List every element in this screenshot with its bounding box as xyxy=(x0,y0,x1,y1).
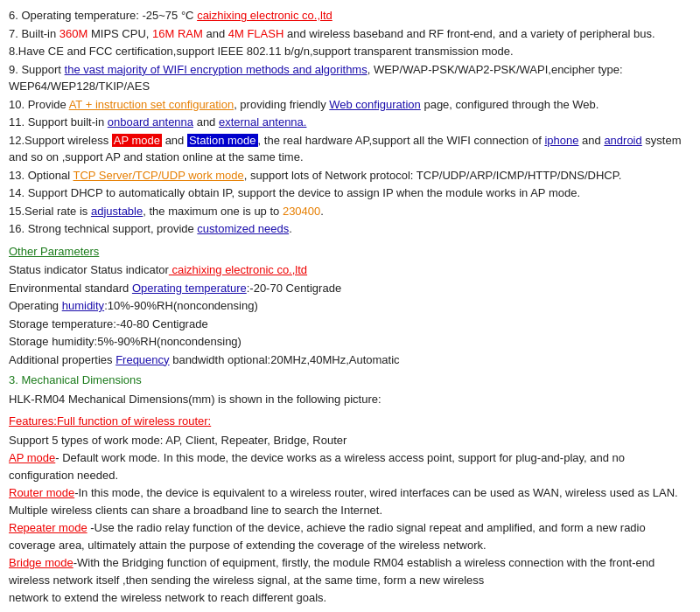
additional-props-row: Additional properties Frequency bandwidt… xyxy=(9,351,691,369)
ap-mode-row: AP mode- Default work mode. In this mode… xyxy=(9,449,691,483)
adjustable-link[interactable]: adjustable xyxy=(91,205,143,218)
item-8-text: 8.Have CE and FCC certification,support … xyxy=(9,45,514,58)
operating-humidity-row: Operating humidity:10%-90%RH(noncondensi… xyxy=(9,297,691,315)
external-antenna-link[interactable]: external antenna. xyxy=(219,115,306,129)
serial-rate-value: 230400 xyxy=(283,205,320,218)
repeater-mode-row: Repeater mode -Use the radio relay funct… xyxy=(9,519,691,553)
support-types-text: Support 5 types of work mode: AP, Client… xyxy=(9,434,346,447)
item-9: 9. Support the vast majority of WIFI enc… xyxy=(9,61,691,95)
at-instruction-link[interactable]: AT + instruction set configuration xyxy=(69,98,234,111)
item-9-prefix: 9. Support xyxy=(9,63,65,76)
other-params-heading: Other Parameters xyxy=(9,243,691,261)
additional-prefix: Additional properties xyxy=(9,353,116,366)
item-7-suffix: and wireless baseband and RF front-end, … xyxy=(284,27,654,40)
mechanical-title: 3. Mechanical Dimensions xyxy=(9,373,142,386)
item-7-mid1: MIPS CPU, xyxy=(88,27,152,40)
other-params-title[interactable]: Other Parameters xyxy=(9,245,99,258)
repeater-mode-text: -Use the radio relay function of the dev… xyxy=(9,521,646,552)
main-content: 6. Operating temperature: -25~75 °C caiz… xyxy=(9,7,691,607)
env-standard-row: Environmental standard Operating tempera… xyxy=(9,280,691,297)
features-title[interactable]: Features:Full function of wireless route… xyxy=(9,414,211,428)
mechanical-text: HLK-RM04 Mechanical Dimensions(mm) is sh… xyxy=(9,391,691,408)
item-6-text: 6. Operating temperature: -25~75 °C xyxy=(9,9,197,22)
item-15-mid: , the maximum one is up to xyxy=(143,205,283,218)
item-13-prefix: 13. Optional xyxy=(9,169,73,182)
other-params-section: Other Parameters Status indicator Status… xyxy=(9,243,691,369)
item-15: 15.Serial rate is adjustable, the maximu… xyxy=(9,203,691,220)
flash-text: 4M FLASH xyxy=(228,27,284,40)
mechanical-desc: HLK-RM04 Mechanical Dimensions(mm) is sh… xyxy=(9,393,382,406)
ap-mode-link[interactable]: AP mode xyxy=(9,451,55,464)
mechanical-heading: 3. Mechanical Dimensions xyxy=(9,372,691,389)
storage-humidity-row: Storage humidity:5%-90%RH(noncondensing) xyxy=(9,333,691,351)
support-types-row: Support 5 types of work mode: AP, Client… xyxy=(9,432,691,449)
item-10-prefix: 10. Provide xyxy=(9,98,69,111)
item-14: 14. Support DHCP to automatically obtain… xyxy=(9,184,691,202)
cpu-text: 360M xyxy=(60,27,88,40)
additional-suffix: bandwidth optional:20MHz,40MHz,Automatic xyxy=(170,353,400,366)
item-7: 7. Built-in 360M MIPS CPU, 16M RAM and 4… xyxy=(9,25,691,43)
mechanical-section: 3. Mechanical Dimensions HLK-RM04 Mechan… xyxy=(9,372,691,407)
caizhixing-link-6[interactable]: caizhixing electronic co.,ltd xyxy=(197,9,332,22)
bridge-mode-text: -With the Bridging function of equipment… xyxy=(9,556,654,587)
item-11-mid: and xyxy=(193,115,219,129)
repeater-mode-link[interactable]: Repeater mode xyxy=(9,521,88,534)
features-section: Features:Full function of wireless route… xyxy=(9,413,691,607)
ap-mode-text: - Default work mode. In this mode, the d… xyxy=(9,451,625,482)
router-mode-row: Router mode-In this mode, the device is … xyxy=(9,484,691,518)
onboard-antenna-link[interactable]: onboard antenna xyxy=(108,115,193,129)
router-mode-link[interactable]: Router mode xyxy=(9,486,74,499)
operating-temp-link[interactable]: Operating temperature xyxy=(132,282,247,295)
iphone-link[interactable]: iphone xyxy=(544,134,578,147)
storage-temp-row: Storage temperature:-40-80 Centigrade xyxy=(9,316,691,333)
ram-text: 16M RAM xyxy=(152,27,203,40)
tcp-server-link[interactable]: TCP Server/TCP/UDP work mode xyxy=(73,169,243,182)
status-indicator-label: Status indicator Status indicator xyxy=(9,263,169,276)
item-7-prefix: 7. Built-in xyxy=(9,27,60,40)
item-11-prefix: 11. Support built-in xyxy=(9,115,108,129)
bridge-mode-row2: network to extend the wireless network t… xyxy=(9,589,691,607)
web-config-link[interactable]: Web configuration xyxy=(329,98,421,111)
android-link[interactable]: android xyxy=(604,134,641,147)
status-indicator-row: Status indicator Status indicator caizhi… xyxy=(9,261,691,279)
item-13: 13. Optional TCP Server/TCP/UDP work mod… xyxy=(9,167,691,184)
item-15-prefix: 15.Serial rate is xyxy=(9,205,91,218)
router-mode-text: -In this mode, the device is equivalent … xyxy=(9,486,678,517)
item-12: 12.Support wireless AP mode and Station … xyxy=(9,132,691,166)
item-14-text: 14. Support DHCP to automatically obtain… xyxy=(9,186,580,199)
customized-needs-link[interactable]: customized needs xyxy=(197,222,289,235)
item-12-suffix1: , the real hardware AP,support all the W… xyxy=(258,134,545,147)
storage-temp-text: Storage temperature:-40-80 Centigrade xyxy=(9,317,208,330)
bridge-mode-row: Bridge mode-With the Bridging function o… xyxy=(9,554,691,588)
bridge-mode-text2: network to extend the wireless network t… xyxy=(9,591,326,604)
env-standard-suffix: :-20-70 Centigrade xyxy=(247,282,341,295)
ap-mode-highlight: AP mode xyxy=(112,134,162,147)
item-16-period: . xyxy=(289,222,292,235)
item-7-mid2: and xyxy=(203,27,228,40)
item-16-prefix: 16. Strong technical support, provide xyxy=(9,222,197,235)
item-13-suffix: , support lots of Network protocol: TCP/… xyxy=(244,169,622,182)
item-10: 10. Provide AT + instruction set configu… xyxy=(9,96,691,114)
item-12-and: and xyxy=(578,134,604,147)
item-12-mid1: and xyxy=(162,134,187,147)
env-standard-prefix: Environmental standard xyxy=(9,282,132,295)
item-11: 11. Support built-in onboard antenna and… xyxy=(9,114,691,131)
item-16: 16. Strong technical support, provide cu… xyxy=(9,220,691,238)
station-mode-highlight: Station mode xyxy=(187,134,258,147)
humidity-suffix: :10%-90%RH(noncondensing) xyxy=(104,299,258,312)
status-indicator-value: caizhixing electronic co.,ltd xyxy=(169,263,307,276)
item-10-suffix: page, configured through the Web. xyxy=(421,98,599,111)
operating-prefix: Operating xyxy=(9,299,62,312)
features-heading: Features:Full function of wireless route… xyxy=(9,413,691,430)
storage-humidity-text: Storage humidity:5%-90%RH(noncondensing) xyxy=(9,335,242,348)
bridge-mode-link[interactable]: Bridge mode xyxy=(9,556,74,569)
humidity-link[interactable]: humidity xyxy=(62,299,104,312)
item-10-mid: , providing friendly xyxy=(234,98,329,111)
item-6: 6. Operating temperature: -25~75 °C caiz… xyxy=(9,7,691,24)
wifi-encryption-link[interactable]: the vast majority of WIFI encryption met… xyxy=(65,63,368,76)
item-12-prefix: 12.Support wireless xyxy=(9,134,112,147)
item-15-period: . xyxy=(320,205,324,218)
item-8: 8.Have CE and FCC certification,support … xyxy=(9,43,691,60)
frequency-link[interactable]: Frequency xyxy=(116,353,169,366)
